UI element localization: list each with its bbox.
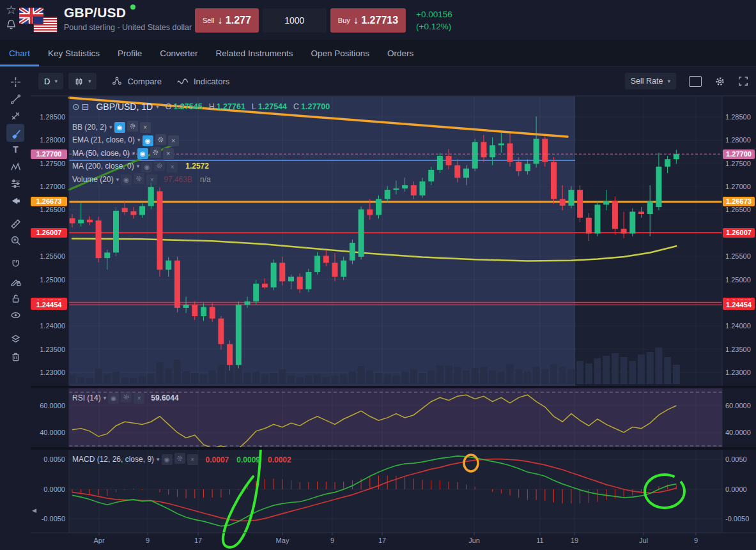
rate-type-dropdown[interactable]: Sell Rate▾ bbox=[625, 73, 676, 89]
fullscreen-icon[interactable] bbox=[738, 76, 748, 86]
macd-legend: MACD (12, 26, close, 9) ▾ ◉× 0.00070.000… bbox=[72, 453, 291, 465]
text-icon[interactable]: T bbox=[6, 141, 24, 158]
series-title[interactable]: GBP/USD, 1D bbox=[96, 102, 153, 112]
indicators-button[interactable]: Indicators bbox=[177, 77, 229, 86]
visibility-eye-icon[interactable]: ◉ bbox=[162, 454, 173, 465]
visibility-eye-icon[interactable]: ◉ bbox=[114, 122, 125, 133]
pane-collapse-arrow-icon[interactable]: ◀ bbox=[32, 507, 36, 514]
hide-drawings-icon[interactable] bbox=[6, 306, 24, 324]
favorite-star-icon[interactable]: ☆ bbox=[6, 4, 17, 17]
price-tick: 1.28000 bbox=[725, 135, 751, 144]
price-change: +0.00156 (+0.12%) bbox=[416, 8, 452, 33]
arrow-marker-icon[interactable] bbox=[6, 192, 24, 210]
rsi-tick: 60.0000 bbox=[31, 401, 65, 410]
pitchfork-icon[interactable] bbox=[6, 107, 24, 125]
remove-indicator-icon[interactable]: × bbox=[167, 162, 178, 172]
tab-converter[interactable]: Converter bbox=[151, 40, 206, 66]
rsi-tick: 60.0000 bbox=[725, 401, 751, 410]
price-tick: 1.27000 bbox=[725, 182, 751, 191]
brush-icon[interactable] bbox=[6, 124, 24, 142]
rsi-tick: 40.0000 bbox=[725, 428, 751, 437]
tab-key-statistics[interactable]: Key Statistics bbox=[39, 40, 109, 66]
tab-related-instruments[interactable]: Related Instruments bbox=[207, 40, 302, 66]
indicator-settings-gear-icon[interactable] bbox=[174, 453, 185, 464]
volume-ghost-value: 97.463B bbox=[164, 175, 192, 184]
tab-orders[interactable]: Orders bbox=[378, 40, 422, 66]
rsi-value: 59.6044 bbox=[151, 393, 178, 402]
price-tick: 1.27000 bbox=[31, 182, 65, 191]
price-tick: 1.27500 bbox=[725, 159, 751, 168]
visibility-eye-icon[interactable]: ◉ bbox=[108, 393, 119, 404]
open-value: 1.27545 bbox=[173, 102, 202, 111]
alert-bell-icon[interactable] bbox=[6, 19, 17, 30]
macd-tick: 0.0000 bbox=[725, 485, 747, 494]
buy-button[interactable]: Buy ↓ 1.27713 bbox=[330, 8, 406, 33]
legend-collapse-icon[interactable]: ⊙ bbox=[72, 102, 80, 112]
tab-profile[interactable]: Profile bbox=[109, 40, 151, 66]
remove-indicator-icon[interactable]: × bbox=[140, 122, 151, 133]
price-badge: 1.26673 bbox=[31, 197, 67, 206]
macd-tick: 0.0000 bbox=[31, 485, 65, 494]
tab-chart[interactable]: Chart bbox=[0, 40, 39, 66]
remove-indicator-icon[interactable]: × bbox=[187, 454, 198, 465]
indicator-settings-gear-icon[interactable] bbox=[155, 134, 166, 145]
visibility-eye-icon[interactable]: ◉ bbox=[143, 135, 153, 146]
status-dot bbox=[130, 4, 135, 10]
remove-indicator-icon[interactable]: × bbox=[163, 148, 174, 159]
low-value: 1.27544 bbox=[258, 102, 287, 111]
indicators-icon bbox=[177, 77, 189, 86]
time-tick: 9 bbox=[694, 537, 698, 544]
price-badge: 1.26007 bbox=[31, 228, 67, 238]
time-tick: Apr bbox=[93, 537, 104, 544]
indicator-settings-gear-icon[interactable] bbox=[150, 147, 161, 158]
close-value: 1.27700 bbox=[301, 102, 330, 111]
xabcd-pattern-icon[interactable] bbox=[6, 158, 24, 176]
price-tick: 1.25500 bbox=[725, 252, 751, 261]
remove-indicator-icon[interactable]: × bbox=[134, 393, 144, 404]
remove-indicator-icon[interactable]: × bbox=[168, 135, 179, 146]
time-tick: 9 bbox=[146, 537, 150, 544]
remove-indicator-icon[interactable]: × bbox=[146, 174, 157, 185]
interval-dropdown[interactable]: D▾ bbox=[38, 73, 63, 89]
time-tick: Jun bbox=[468, 537, 480, 544]
compare-icon bbox=[112, 76, 122, 86]
chart-toolbar: D▾ ▾ Compare Indicators bbox=[31, 67, 756, 96]
ruler-icon[interactable] bbox=[6, 215, 24, 233]
magnet-icon[interactable] bbox=[6, 255, 24, 273]
page-title: GBP/USD bbox=[64, 5, 126, 20]
price-tick: 1.26500 bbox=[725, 205, 751, 214]
legend-minimize-icon[interactable]: ⊟ bbox=[82, 102, 89, 112]
svg-text:T: T bbox=[13, 144, 19, 155]
macd-tick: 0.0050 bbox=[725, 455, 747, 464]
remove-drawings-icon[interactable] bbox=[6, 348, 24, 365]
forecast-icon[interactable] bbox=[6, 174, 24, 192]
sell-button[interactable]: Sell ↓ 1.277 bbox=[195, 8, 259, 33]
compare-button[interactable]: Compare bbox=[112, 76, 161, 86]
price-badge: 1.27700 bbox=[723, 149, 755, 159]
visibility-eye-icon[interactable]: ◉ bbox=[121, 174, 132, 185]
drawing-pencil-lock-icon[interactable] bbox=[6, 272, 24, 290]
crosshair-icon[interactable] bbox=[6, 73, 24, 91]
price-tick: 1.26500 bbox=[31, 205, 65, 214]
layers-icon[interactable] bbox=[6, 330, 24, 348]
amount-input[interactable]: 1000 bbox=[263, 8, 327, 33]
tab-open-positions[interactable]: Open Positions bbox=[302, 40, 378, 66]
visibility-eye-icon[interactable]: ◉ bbox=[137, 148, 148, 159]
indicator-value: 1.2572 bbox=[185, 162, 209, 171]
indicator-settings-gear-icon[interactable] bbox=[154, 160, 165, 171]
chart-settings-gear-icon[interactable] bbox=[714, 76, 725, 87]
indicator-row-volume: Volume (20)▾◉×97.463Bn/a bbox=[72, 173, 211, 185]
snapshot-icon[interactable] bbox=[689, 76, 702, 87]
indicator-row-ma: MA (200, close, 0)▾◉×1.2572 bbox=[72, 160, 209, 172]
chart-style-dropdown[interactable]: ▾ bbox=[68, 73, 97, 89]
indicator-settings-gear-icon[interactable] bbox=[121, 392, 132, 402]
visibility-eye-icon[interactable]: ◉ bbox=[141, 162, 152, 172]
price-tick: 1.23500 bbox=[725, 345, 751, 354]
trend-line-icon[interactable] bbox=[6, 90, 24, 108]
indicator-settings-gear-icon[interactable] bbox=[127, 121, 138, 132]
chart-area: ⊙ ⊟ GBP/USD, 1D ▾ O1.27545 H1.27761 L1.2… bbox=[31, 96, 756, 550]
lock-all-drawings-icon[interactable] bbox=[6, 289, 24, 307]
currency-flags bbox=[19, 8, 59, 34]
zoom-in-icon[interactable] bbox=[6, 231, 24, 249]
indicator-settings-gear-icon[interactable] bbox=[134, 173, 144, 184]
